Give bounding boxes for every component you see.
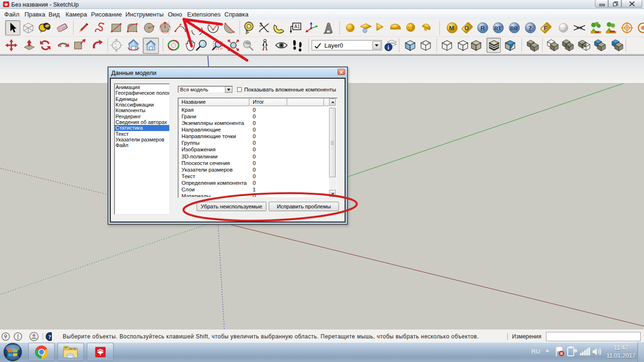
svg-text:?: ?	[528, 25, 532, 32]
svg-text:O: O	[464, 25, 469, 32]
svg-text:F: F	[544, 25, 547, 32]
svg-text:A1: A1	[294, 24, 300, 29]
svg-text:R: R	[480, 25, 485, 32]
svg-text:RT: RT	[495, 25, 502, 31]
svg-text:BR: BR	[510, 25, 518, 31]
svg-text:.eo: .eo	[114, 46, 117, 49]
svg-text:3: 3	[259, 22, 262, 27]
svg-text:?: ?	[49, 334, 51, 340]
svg-text:C: C	[115, 42, 117, 45]
svg-text:M: M	[449, 25, 454, 32]
